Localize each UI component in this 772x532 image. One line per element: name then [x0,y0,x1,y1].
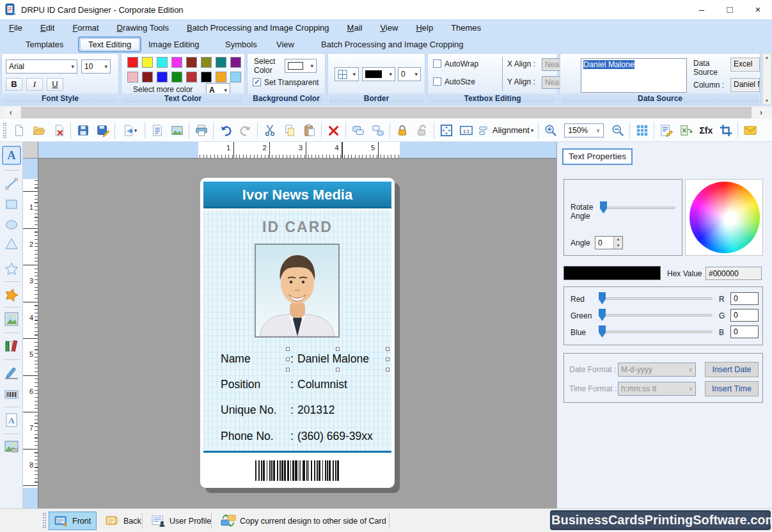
spin-up-icon[interactable]: ▲ [614,237,622,243]
blue-slider[interactable] [599,325,713,338]
new-document-icon[interactable] [9,121,29,140]
menu-batch-processing[interactable]: Batch Processing and Image Cropping [178,19,338,36]
menu-view[interactable]: View [371,19,407,36]
rectangle-tool[interactable] [3,196,20,212]
unlock-icon[interactable] [412,121,432,140]
selection-handle[interactable] [386,368,390,372]
delete-file-icon[interactable] [49,121,68,140]
text-tool[interactable]: A [2,146,21,165]
selection-handle[interactable] [336,368,340,372]
user-profile-button[interactable]: User Profile [146,512,217,530]
triangle-tool[interactable] [3,235,20,252]
design-canvas[interactable]: Ivor News Media ID CARD [38,159,556,508]
data-source-value[interactable]: Excel [730,58,760,72]
insert-image-icon[interactable] [167,121,187,140]
color-swatch[interactable] [127,72,138,82]
color-swatch[interactable] [157,57,168,68]
zoom-out-icon[interactable] [608,121,627,140]
cut-icon[interactable] [260,121,280,140]
custom-shape-tool[interactable] [3,286,20,303]
set-transparent-checkbox[interactable]: ✓ [253,78,261,86]
watermark-image-tool[interactable] [3,439,20,455]
italic-button[interactable]: I [26,78,43,91]
fit-to-screen-icon[interactable] [436,121,456,140]
tab-view[interactable]: View [276,38,294,51]
tab-text-editing[interactable]: Text Editing [78,36,141,52]
alignment-button[interactable]: Alignment ▾ [476,121,536,140]
id-card[interactable]: Ivor News Media ID CARD [200,178,395,488]
maximize-button[interactable]: □ [716,0,744,19]
time-format-combo[interactable]: h:mm:ss tt∨ [618,382,696,396]
card-company-name[interactable]: Ivor News Media [203,182,391,208]
scroll-right-icon[interactable]: › [753,107,769,118]
undo-icon[interactable] [216,121,235,140]
menu-mail[interactable]: Mail [338,19,372,36]
crop-icon[interactable] [716,121,736,140]
card-field-row[interactable]: Position : Columnist [203,378,391,395]
scroll-up-icon[interactable]: ▲ [763,55,771,59]
scrollbar-track[interactable] [21,107,752,118]
menu-drawing-tools[interactable]: Drawing Tools [108,19,178,36]
ribbon-scrollbar[interactable]: ▲ ▼ [762,53,771,105]
lock-icon[interactable] [392,121,412,140]
menu-edit[interactable]: Edit [31,19,63,36]
green-input[interactable] [730,309,759,322]
slider-thumb[interactable] [600,201,607,214]
menu-help[interactable]: Help [407,19,442,36]
ribbon-hscrollbar[interactable]: ‹ › [0,106,772,119]
rotate-angle-slider[interactable] [600,201,675,214]
paste-icon[interactable] [299,121,319,140]
color-swatch[interactable] [216,57,226,68]
slider-thumb[interactable] [599,292,606,304]
data-source-textbox[interactable]: Daniel Malone [581,58,687,93]
blue-input[interactable] [730,325,759,338]
color-swatch[interactable] [216,72,226,82]
menu-themes[interactable]: Themes [442,19,490,36]
color-swatch[interactable] [230,57,241,68]
copy-design-button[interactable]: Copy current design to other side of Car… [215,512,392,530]
barcode[interactable] [235,460,360,481]
color-swatch[interactable] [186,72,197,82]
color-swatch[interactable] [142,57,153,68]
card-field-row[interactable]: Unique No. : 201312 [203,403,391,420]
color-swatch[interactable] [157,72,168,82]
export-icon[interactable]: ▾ [117,121,143,140]
color-swatch[interactable] [186,57,197,68]
close-button[interactable]: × [744,0,772,19]
border-style-combo[interactable]: ▾ [335,67,359,81]
selection-handle[interactable] [386,347,390,351]
selection-box[interactable] [288,349,388,370]
scroll-down-icon[interactable]: ▼ [763,98,771,103]
grid-icon[interactable] [632,121,652,140]
angle-spinner[interactable]: 0 ▲▼ [595,236,623,249]
autowrap-checkbox[interactable] [433,59,441,68]
open-file-icon[interactable] [29,121,49,140]
insert-date-button[interactable]: Insert Date [705,362,759,377]
select-more-color-link[interactable]: Select more color [133,85,193,94]
font-family-combo[interactable]: Arial▾ [6,59,77,74]
ellipse-tool[interactable] [3,216,20,233]
tab-symbols[interactable]: Symbols [225,38,257,51]
selection-handle[interactable] [286,368,290,372]
print-icon[interactable] [191,121,211,140]
group-icon[interactable] [348,121,368,140]
border-width-combo[interactable]: 0▾ [398,67,421,81]
slider-thumb[interactable] [599,309,606,321]
spin-down-icon[interactable]: ▼ [614,243,622,249]
tab-batch-processing[interactable]: Batch Processing and Image Cropping [321,38,464,51]
card-subtitle[interactable]: ID CARD [203,219,391,236]
barcode-tool[interactable] [3,386,20,403]
library-tool[interactable] [3,338,20,354]
color-swatch[interactable] [142,72,153,82]
card-field-row[interactable]: Phone No. : (360) 669-39xx [203,430,391,446]
edit-data-list-icon[interactable] [656,121,676,140]
delete-icon[interactable] [324,121,343,140]
ungroup-icon[interactable] [368,121,388,140]
selection-handle[interactable] [286,357,290,361]
minimize-button[interactable]: – [688,0,716,19]
card-photo[interactable] [255,244,340,338]
zoom-level-select[interactable]: 150%∨ [564,123,604,137]
red-slider[interactable] [599,292,713,304]
underline-button[interactable]: U [47,78,63,91]
excel-export-icon[interactable]: X [676,121,696,140]
